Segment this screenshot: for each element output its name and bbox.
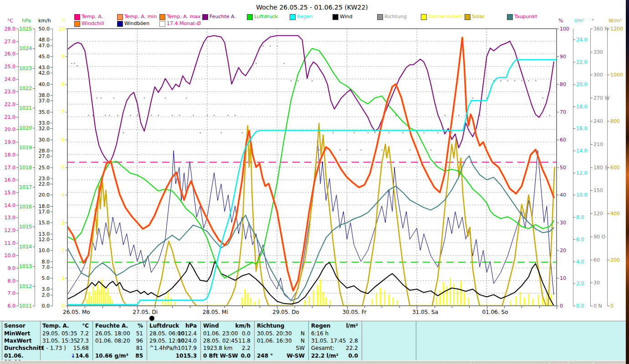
axis-label-wm2: 200 bbox=[610, 258, 620, 263]
x-axis-day-tick bbox=[417, 306, 417, 309]
axis-tick bbox=[16, 91, 18, 92]
axis-label-kmh: 48.0 bbox=[0, 37, 50, 42]
statusbar-panel bbox=[551, 361, 568, 364]
table-row-header: 01.06. 23:00 bbox=[2, 353, 42, 360]
axis-label-hours: 7 bbox=[0, 110, 65, 115]
axis-tick bbox=[51, 239, 52, 240]
richtung-dot bbox=[339, 149, 341, 151]
table-row-max: 31.05. 17:452.8 bbox=[308, 338, 362, 345]
x-axis-6h-tick bbox=[120, 306, 120, 308]
axis-tick bbox=[33, 187, 35, 187]
richtung-dot bbox=[158, 115, 159, 116]
axis-label-kmh: 47.0 bbox=[0, 43, 50, 48]
richtung-dot bbox=[284, 63, 285, 64]
axis-label-lm2: 2.0 bbox=[576, 281, 584, 286]
table-cell-value: 2.8 bbox=[349, 338, 358, 344]
axis-unit-kmh: km/h bbox=[38, 18, 51, 23]
x-axis-day-label: 26.05. Mo bbox=[63, 309, 90, 315]
axis-label-celsius: 10.0 bbox=[0, 253, 15, 258]
legend-color-box-icon bbox=[117, 21, 123, 27]
axis-label-wm2: 1000 bbox=[610, 72, 623, 77]
series-temp-a--minmax-band bbox=[67, 37, 554, 290]
table-cell-value: 1012.4 bbox=[178, 330, 197, 337]
x-axis-day-tick bbox=[347, 306, 348, 309]
axis-label-pct: 80 bbox=[560, 82, 566, 87]
axis-tick bbox=[51, 156, 52, 157]
table-col-unit: °C bbox=[82, 323, 89, 329]
axis-label-kmh: 13.0 bbox=[0, 232, 50, 237]
richtung-dot bbox=[113, 97, 114, 99]
axis-tick bbox=[573, 306, 575, 306]
table-row-avg: ( - 1.73 )15.68 bbox=[40, 345, 92, 352]
table-cell-value: 85 bbox=[135, 353, 143, 359]
table-cell-value: N bbox=[301, 330, 305, 337]
richtung-dot bbox=[276, 46, 278, 47]
axis-tick bbox=[51, 67, 52, 68]
axis-label-kmh: 8.0 bbox=[0, 259, 50, 264]
axis-tick bbox=[591, 190, 593, 191]
table-col-empty bbox=[416, 321, 626, 361]
axis-label-kmh: 38.0 bbox=[0, 93, 50, 98]
axis-label-deg: 300 bbox=[593, 72, 603, 77]
axis-tick bbox=[51, 184, 52, 184]
richtung-dot bbox=[549, 115, 551, 116]
axis-label-lm2: 0.0 bbox=[576, 303, 584, 308]
legend-color-box-icon bbox=[74, 14, 80, 20]
richtung-dot bbox=[291, 80, 292, 81]
legend-item-label: Wind bbox=[340, 14, 353, 20]
axis-tick bbox=[33, 247, 35, 247]
table-cell-value: SW bbox=[296, 345, 305, 351]
table-col-empty bbox=[362, 321, 416, 361]
richtung-dot bbox=[130, 115, 131, 116]
axis-tick bbox=[573, 40, 575, 40]
statusbar-panel bbox=[471, 361, 550, 364]
x-axis-6h-tick bbox=[364, 306, 365, 308]
x-axis-6h-tick bbox=[382, 306, 382, 308]
table-col-name: Luftdruck bbox=[149, 323, 179, 329]
richtung-dot bbox=[77, 65, 78, 66]
chart-plot-area[interactable] bbox=[67, 28, 557, 307]
richtung-dot bbox=[528, 80, 530, 81]
x-axis-day-tick bbox=[487, 306, 487, 309]
legend-color-box-icon bbox=[247, 14, 253, 20]
table-cell-text: ^1.4hPa/h bbox=[149, 345, 178, 351]
axis-label-pct: 70 bbox=[560, 110, 566, 115]
x-axis-6h-tick bbox=[225, 306, 225, 308]
richtung-dot bbox=[109, 115, 110, 116]
richtung-dot bbox=[402, 132, 404, 133]
richtung-dot bbox=[74, 63, 75, 64]
x-axis-day-label: 30.05. Fr bbox=[343, 309, 367, 315]
table-row-avg: 81 bbox=[92, 345, 147, 352]
richtung-dot bbox=[332, 132, 334, 133]
table-row-cur: 0 Bft W-SW0.0 bbox=[200, 353, 254, 360]
axis-tick bbox=[573, 239, 575, 240]
axis-label-lm2: 24.0 bbox=[576, 37, 588, 42]
axis-label-lm2: 20.0 bbox=[576, 82, 588, 87]
richtung-dot bbox=[381, 149, 383, 151]
series-solar bbox=[67, 123, 554, 306]
series-luftdruck bbox=[67, 49, 554, 278]
table-row-min: 30.05. 20:30N bbox=[254, 330, 308, 338]
axis-label-deg: 60 bbox=[593, 258, 600, 263]
table-col-luftdruck: LuftdruckhPa28.05. 06:001012.429.05. 12:… bbox=[147, 321, 201, 361]
axis-tick bbox=[51, 101, 52, 101]
table-cell-text: 1923.8 km bbox=[203, 345, 232, 351]
legend-color-box-icon bbox=[290, 14, 296, 20]
richtung-dot bbox=[137, 115, 138, 116]
richtung-dot bbox=[347, 149, 348, 151]
legend-item-label: Solar bbox=[472, 14, 485, 20]
richtung-dot bbox=[263, 46, 264, 47]
weather-app-window: Woche 26.05.25 - 01.06.25 (KW22) Temp. A… bbox=[0, 0, 629, 364]
axis-tick bbox=[591, 283, 593, 283]
axis-tick bbox=[591, 52, 593, 52]
richtung-dot bbox=[374, 132, 376, 133]
axis-label-kmh: 12.0 bbox=[0, 237, 50, 242]
table-cell-text: 29.05. 05:35 bbox=[42, 330, 77, 337]
axis-label-pct: 60 bbox=[560, 137, 566, 142]
richtung-dot bbox=[423, 132, 424, 133]
legend-item-label: Temp. A. bbox=[82, 14, 103, 20]
legend-item-label: Richtung bbox=[384, 14, 407, 20]
richtung-dot bbox=[250, 236, 251, 238]
table-row-header: Durchschnitt bbox=[2, 345, 42, 352]
table-col-name: Feuchte A. bbox=[95, 323, 128, 329]
